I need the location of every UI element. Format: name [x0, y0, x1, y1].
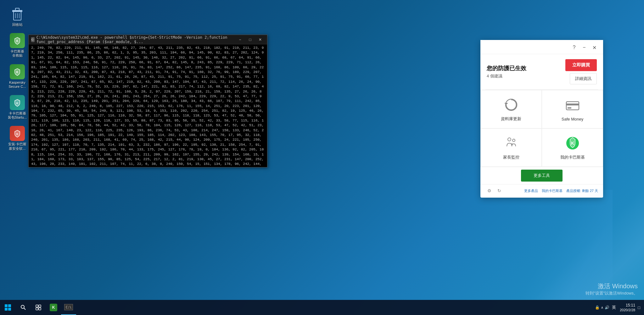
kaspersky-panel: ? − ✕ 您的防護已生效 4 個建議 立即購買 詳細資訊 — [480, 40, 603, 198]
taskbar: K C:\ 🔒 ∧ 🔊 英 15:11 2020/2/28 □ — [0, 300, 644, 315]
svg-text:K: K — [16, 102, 19, 105]
svg-rect-23 — [8, 308, 11, 311]
network-icon: 🔒 — [595, 305, 600, 310]
kp-status-subtitle: 4 個建議 — [487, 73, 565, 79]
taskbar-system-icons: 🔒 ∧ 🔊 英 — [595, 305, 617, 310]
cmd-maximize-button[interactable]: □ — [246, 37, 255, 43]
kp-status-left: 您的防護已生效 4 個建議 — [487, 65, 565, 79]
svg-point-16 — [512, 139, 515, 142]
activation-subtitle: 转到"设置"以激活Windows。 — [585, 290, 638, 296]
kp-status-section: 您的防護已生效 4 個建議 立即購買 詳細資訊 — [480, 54, 603, 89]
kaspersky-securec-icon: K — [10, 64, 25, 79]
notification-icon[interactable]: □ — [638, 305, 640, 310]
kp-details-button[interactable]: 詳細資訊 — [570, 73, 597, 84]
kp-buy-button[interactable]: 立即購買 — [565, 59, 597, 71]
expand-icon[interactable]: ∧ — [601, 306, 603, 310]
svg-marker-11 — [504, 103, 508, 105]
cmd-minimize-button[interactable]: − — [236, 37, 244, 43]
svg-point-15 — [508, 138, 511, 141]
taskbar-date: 2020/2/28 — [620, 308, 635, 312]
svg-rect-22 — [5, 308, 8, 311]
svg-line-25 — [24, 308, 25, 310]
activation-title: 激活 Windows — [585, 282, 638, 290]
svg-point-10 — [506, 99, 517, 110]
kp-help-button[interactable]: ? — [570, 44, 578, 51]
parental-control-icon — [503, 135, 519, 151]
refresh-icon[interactable]: ↻ — [496, 187, 503, 194]
kp-tool-my-kaspersky[interactable]: K 我的卡巴斯基 — [542, 128, 603, 167]
language-indicator[interactable]: 英 — [611, 305, 617, 310]
kp-tool-db-update[interactable]: 資料庫更新 — [480, 90, 542, 128]
kaspersky-securec-label: KasperskySecure C... — [8, 81, 26, 89]
cmd-icon: C: — [31, 37, 35, 42]
settings-icon[interactable]: ⚙ — [485, 187, 493, 194]
kp-more-tools-row: 更多工具 — [480, 167, 603, 184]
kp-header: ? − ✕ — [480, 40, 603, 54]
kaspersky-secure-label: 卡巴斯基全救贴 — [10, 49, 24, 58]
cmd-titlebar-left: C: C:\Windows\system32\cmd.exe - powersh… — [31, 35, 236, 44]
svg-rect-13 — [566, 104, 579, 105]
svg-text:K: K — [16, 132, 19, 136]
kp-footer-links: 更多產品 我的卡巴斯基 產品授權: 剩餘 27 天 — [524, 188, 598, 193]
search-button[interactable] — [16, 300, 31, 315]
desktop-icon-kaspersky-startup[interactable]: K 卡卡巴斯基装包Startu... — [6, 95, 28, 120]
taskbar-clock[interactable]: 15:11 2020/2/28 — [620, 303, 635, 312]
kp-more-tools-button[interactable]: 更多工具 — [521, 170, 563, 182]
kp-tool-safe-money[interactable]: Safe Money — [542, 90, 603, 128]
cmd-titlebar: C: C:\Windows\system32\cmd.exe - powersh… — [29, 35, 267, 44]
safe-money-icon — [564, 97, 581, 114]
kp-license-link[interactable]: 產品授權: 剩餘 27 天 — [566, 188, 598, 193]
recycle-bin-icon — [10, 6, 25, 21]
db-update-icon — [503, 97, 519, 113]
kp-footer-icons: ⚙ ↻ — [485, 187, 503, 194]
kp-footer: ⚙ ↻ 更多產品 我的卡巴斯基 產品授權: 剩餘 27 天 — [480, 184, 603, 198]
cmd-window: C: C:\Windows\system32\cmd.exe - powersh… — [28, 35, 267, 167]
svg-point-24 — [21, 305, 24, 308]
kp-tool-parental-label: 家長監控 — [503, 155, 519, 160]
kaspersky-install-label: 安装·卡巴斯基安全软... — [8, 142, 26, 150]
kp-tool-db-update-label: 資料庫更新 — [501, 116, 521, 122]
kaspersky-startup-icon: K — [10, 95, 25, 110]
kaspersky-taskbar-button[interactable]: K — [46, 300, 61, 315]
kp-more-products-link[interactable]: 更多產品 — [524, 188, 538, 193]
kp-header-controls: ? − ✕ — [570, 44, 598, 51]
kp-tools-grid: 資料庫更新 Safe Money — [480, 90, 603, 167]
task-view-button[interactable] — [31, 300, 46, 315]
kaspersky-install-icon: K — [10, 126, 25, 141]
kaspersky-secure-icon: K — [10, 33, 25, 48]
kp-minimize-button[interactable]: − — [580, 44, 588, 51]
cmd-content[interactable]: 2, 249, 76, 82, 229, 211, 91, 145, 46, 1… — [29, 44, 267, 167]
recycle-bin-label: 回收站 — [12, 23, 23, 27]
volume-icon[interactable]: 🔊 — [605, 305, 609, 310]
desktop-icon-recycle-bin[interactable]: 回收站 — [6, 6, 28, 27]
kp-my-kaspersky-link[interactable]: 我的卡巴斯基 — [542, 188, 563, 193]
kp-action-buttons: 立即購買 詳細資訊 — [565, 59, 597, 84]
cmd-close-button[interactable]: ✕ — [256, 37, 265, 43]
svg-rect-14 — [568, 107, 571, 109]
taskbar-left: K C:\ — [0, 300, 76, 315]
svg-rect-29 — [39, 308, 41, 310]
kaspersky-startup-label: 卡卡巴斯基装包Startu... — [8, 111, 27, 120]
taskbar-right: 🔒 ∧ 🔊 英 15:11 2020/2/28 □ — [595, 303, 644, 312]
svg-rect-26 — [36, 305, 38, 307]
desktop-icon-kaspersky-install[interactable]: K 安装·卡巴斯基安全软... — [6, 126, 28, 150]
desktop: 回收站 K 卡巴斯基全救贴 K KasperskySecure C... — [0, 0, 644, 315]
svg-text:K: K — [16, 70, 19, 74]
kp-close-button[interactable]: ✕ — [591, 44, 598, 51]
kp-tool-my-kaspersky-label: 我的卡巴斯基 — [560, 155, 585, 160]
svg-rect-27 — [39, 305, 41, 307]
cmd-controls: − □ ✕ — [236, 37, 265, 43]
kp-tool-safe-money-label: Safe Money — [562, 117, 583, 121]
cmd-taskbar-button[interactable]: C:\ — [61, 300, 76, 315]
svg-rect-21 — [8, 304, 11, 307]
svg-text:K: K — [571, 141, 574, 146]
start-button[interactable] — [0, 300, 16, 315]
kp-tool-parental[interactable]: 家長監控 — [480, 128, 542, 167]
svg-rect-28 — [36, 308, 38, 310]
my-kaspersky-icon: K — [564, 135, 581, 151]
svg-rect-12 — [566, 102, 579, 110]
desktop-icon-kaspersky-secure[interactable]: K 卡巴斯基全救贴 — [6, 33, 28, 58]
desktop-icon-kaspersky-securec[interactable]: K KasperskySecure C... — [6, 64, 28, 89]
desktop-icons: 回收站 K 卡巴斯基全救贴 K KasperskySecure C... — [3, 3, 31, 154]
cmd-title: C:\Windows\system32\cmd.exe - powershell… — [36, 35, 236, 44]
